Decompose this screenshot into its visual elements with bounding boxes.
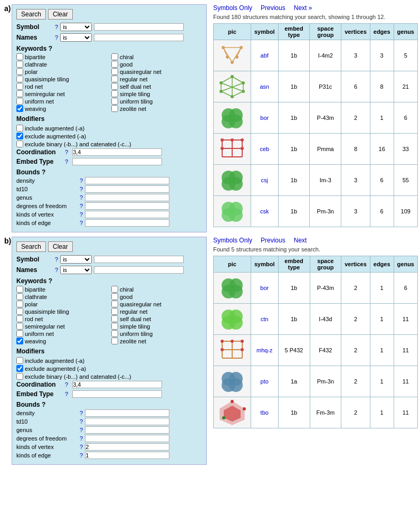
bounds-help-icon-b-4[interactable]: ? (80, 444, 83, 450)
symbol-operator-a[interactable]: is (60, 23, 92, 31)
keyword-checkbox-b-regular-net[interactable] (111, 308, 118, 315)
modifier-checkbox-a-2[interactable] (16, 141, 23, 147)
bounds-input-a-5[interactable] (85, 219, 169, 227)
keyword-checkbox-b-clathrate[interactable] (16, 293, 23, 300)
keyword-checkbox-b-chiral[interactable] (111, 286, 118, 293)
keyword-checkbox-a-bipartite[interactable] (16, 53, 23, 60)
embedtype-input-b[interactable] (72, 390, 162, 398)
bounds-help-a[interactable]: ? (42, 169, 45, 176)
bounds-help-b[interactable]: ? (42, 401, 45, 408)
nav-link-a-1[interactable]: Previous (261, 4, 285, 12)
keyword-checkbox-b-quasisimple-tiling[interactable] (16, 308, 23, 315)
bounds-help-icon-b-2[interactable]: ? (80, 427, 83, 433)
keyword-checkbox-b-quasiregular-net[interactable] (111, 301, 118, 307)
keyword-checkbox-a-self-dual-net[interactable] (111, 83, 118, 90)
bounds-help-icon-a-2[interactable]: ? (80, 194, 83, 201)
symbol-link-b-2[interactable]: mhq-z (256, 347, 273, 353)
nav-link-a-0[interactable]: Symbols Only (213, 4, 252, 12)
keyword-checkbox-b-uniform-tiling[interactable] (111, 330, 118, 337)
symbol-operator-b[interactable]: is (60, 255, 92, 264)
keyword-checkbox-b-rod-net[interactable] (16, 315, 23, 322)
keyword-checkbox-a-semiregular-net[interactable] (16, 90, 23, 97)
bounds-help-icon-b-1[interactable]: ? (80, 418, 83, 425)
keyword-checkbox-b-polar[interactable] (16, 301, 23, 307)
bounds-help-icon-a-5[interactable]: ? (80, 220, 83, 226)
names-operator-b[interactable]: is (60, 266, 92, 274)
bounds-input-a-1[interactable] (85, 185, 169, 193)
bounds-input-a-2[interactable] (85, 194, 169, 201)
keyword-checkbox-b-zeolite-net[interactable] (111, 338, 118, 344)
bounds-help-icon-a-4[interactable]: ? (80, 211, 83, 218)
coordination-input-a[interactable] (72, 148, 162, 156)
bounds-input-b-0[interactable] (85, 409, 169, 417)
clear-button-a[interactable]: Clear (48, 9, 73, 20)
modifier-checkbox-a-0[interactable] (16, 125, 23, 132)
bounds-help-icon-b-0[interactable]: ? (80, 410, 83, 416)
symbol-link-b-1[interactable]: ctn (261, 316, 269, 322)
keyword-checkbox-b-weaving[interactable] (16, 338, 23, 344)
names-help-b[interactable]: ? (55, 267, 58, 273)
keyword-checkbox-a-zeolite-net[interactable] (111, 105, 118, 112)
keyword-checkbox-a-uniform-net[interactable] (16, 98, 23, 105)
keyword-checkbox-b-self-dual-net[interactable] (111, 315, 118, 322)
keyword-checkbox-b-uniform-net[interactable] (16, 330, 23, 337)
symbol-help-a[interactable]: ? (55, 24, 58, 30)
keyword-checkbox-a-quasiregular-net[interactable] (111, 68, 118, 75)
bounds-input-a-3[interactable] (85, 202, 169, 210)
symbol-input-b[interactable] (94, 256, 184, 263)
symbol-link-a-4[interactable]: csj (261, 177, 268, 183)
search-button-a[interactable]: Search (16, 9, 46, 20)
keyword-checkbox-a-clathrate[interactable] (16, 61, 23, 68)
coordination-input-b[interactable] (72, 381, 162, 388)
keyword-checkbox-a-rod-net[interactable] (16, 83, 23, 90)
symbol-help-b[interactable]: ? (55, 256, 58, 263)
embedtype-input-a[interactable] (72, 158, 162, 165)
bounds-input-a-0[interactable] (85, 177, 169, 184)
symbol-link-a-1[interactable]: asn (260, 83, 269, 90)
symbol-link-b-3[interactable]: pto (261, 378, 269, 385)
bounds-input-b-5[interactable] (85, 452, 169, 459)
nav-link-b-0[interactable]: Symbols Only (213, 237, 252, 244)
modifier-checkbox-b-0[interactable] (16, 357, 23, 364)
names-help-a[interactable]: ? (55, 34, 58, 41)
bounds-input-b-2[interactable] (85, 426, 169, 434)
modifier-checkbox-b-1[interactable] (16, 365, 23, 372)
names-input-b[interactable] (94, 266, 184, 274)
keywords-help-b[interactable]: ? (49, 277, 52, 285)
symbol-link-a-5[interactable]: csk (260, 208, 269, 214)
keyword-checkbox-a-chiral[interactable] (111, 53, 118, 60)
modifier-checkbox-a-1[interactable] (16, 133, 23, 139)
keyword-checkbox-b-bipartite[interactable] (16, 286, 23, 293)
embedtype-help-b[interactable]: ? (65, 391, 68, 397)
symbol-link-a-2[interactable]: bor (260, 115, 269, 121)
symbol-link-b-4[interactable]: tbo (261, 409, 269, 416)
bounds-help-icon-a-3[interactable]: ? (80, 203, 83, 209)
modifier-checkbox-b-2[interactable] (16, 373, 23, 380)
bounds-help-icon-a-0[interactable]: ? (80, 177, 83, 184)
symbol-link-a-3[interactable]: ceb (260, 146, 269, 152)
search-button-b[interactable]: Search (16, 241, 46, 252)
keyword-checkbox-a-regular-net[interactable] (111, 76, 118, 82)
bounds-help-icon-b-5[interactable]: ? (80, 452, 83, 458)
nav-link-b-1[interactable]: Previous (261, 237, 285, 244)
bounds-input-b-4[interactable] (85, 443, 169, 451)
symbol-input-a[interactable] (94, 23, 184, 31)
keyword-checkbox-a-weaving[interactable] (16, 105, 23, 112)
symbol-link-a-0[interactable]: abf (261, 52, 269, 59)
keyword-checkbox-b-good[interactable] (111, 293, 118, 300)
keyword-checkbox-a-good[interactable] (111, 61, 118, 68)
keywords-help-a[interactable]: ? (49, 45, 52, 52)
keyword-checkbox-b-simple-tiling[interactable] (111, 323, 118, 330)
keyword-checkbox-a-uniform-tiling[interactable] (111, 98, 118, 105)
names-input-a[interactable] (94, 34, 184, 41)
bounds-input-b-1[interactable] (85, 418, 169, 425)
nav-link-b-2[interactable]: Next (294, 237, 307, 244)
keyword-checkbox-a-polar[interactable] (16, 68, 23, 75)
coordination-help-a[interactable]: ? (65, 149, 68, 155)
names-operator-a[interactable]: is (60, 33, 92, 42)
bounds-input-a-4[interactable] (85, 211, 169, 218)
keyword-checkbox-b-semiregular-net[interactable] (16, 323, 23, 330)
bounds-help-icon-b-3[interactable]: ? (80, 435, 83, 442)
embedtype-help-a[interactable]: ? (65, 158, 68, 165)
bounds-input-b-3[interactable] (85, 435, 169, 442)
